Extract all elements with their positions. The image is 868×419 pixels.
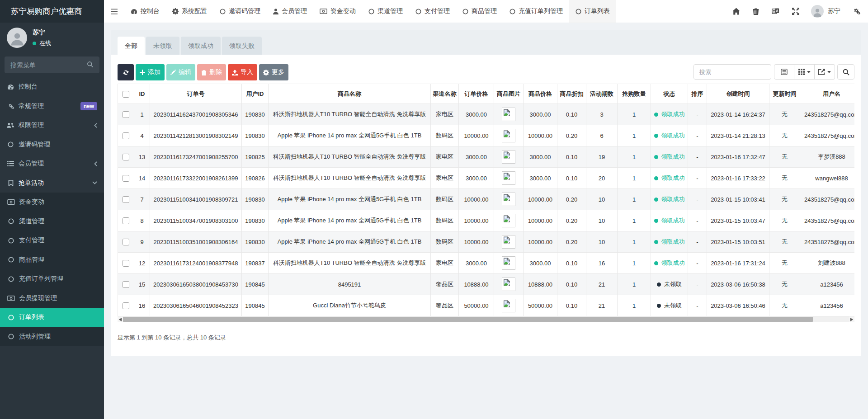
product-image-placeholder[interactable] — [502, 108, 515, 121]
sidebar-subitem[interactable]: 充值订单列管理 — [0, 269, 104, 289]
product-image-placeholder[interactable] — [502, 235, 515, 249]
table-search-input[interactable] — [693, 64, 771, 80]
filter-tab[interactable]: 全部 — [118, 37, 145, 55]
row-checkbox[interactable] — [123, 111, 129, 118]
scrollbar-track[interactable] — [123, 316, 849, 322]
sidebar-item[interactable]: 邀请码管理 — [0, 135, 104, 155]
filter-tab[interactable]: 未领取 — [146, 37, 179, 55]
sidebar-subitem[interactable]: 渠道管理 — [0, 212, 104, 231]
refresh-button[interactable] — [118, 64, 134, 80]
column-header[interactable]: 订单号 — [150, 84, 242, 104]
more-button[interactable]: 更多 — [259, 64, 288, 80]
scroll-left-arrow-icon[interactable] — [118, 316, 123, 322]
column-header[interactable]: 活动期数 — [586, 84, 618, 104]
import-button[interactable]: 导入 — [228, 64, 257, 80]
product-image-placeholder[interactable] — [502, 129, 515, 142]
sidebar-item[interactable]: 抢单活动 — [0, 174, 104, 193]
column-header[interactable]: 商品折扣 — [557, 84, 586, 104]
product-image-placeholder[interactable] — [502, 256, 515, 270]
sidebar-subitem[interactable]: 订单列表 — [0, 308, 104, 327]
sidebar-item[interactable]: 控制台 — [0, 77, 104, 97]
sidebar-item[interactable]: 常规管理 new — [0, 97, 104, 116]
topbar-tab[interactable]: 资金变动 — [313, 0, 362, 23]
column-header[interactable]: 用户ID — [242, 84, 269, 104]
row-checkbox[interactable] — [123, 302, 129, 309]
hamburger-menu-icon[interactable] — [104, 0, 124, 23]
filter-tab[interactable]: 领取成功 — [181, 37, 221, 55]
row-checkbox[interactable] — [123, 217, 129, 224]
column-header[interactable]: 商品名称 — [269, 84, 431, 104]
row-checkbox[interactable] — [123, 154, 129, 160]
cell-user-id: 190830 — [242, 125, 269, 146]
home-icon[interactable] — [726, 0, 746, 23]
row-checkbox[interactable] — [123, 281, 129, 288]
row-checkbox[interactable] — [123, 196, 129, 203]
product-image-placeholder[interactable] — [502, 150, 515, 164]
column-header[interactable]: 状态 — [651, 84, 688, 104]
detail-view-button[interactable] — [774, 64, 794, 80]
search-submit-button[interactable] — [837, 64, 854, 80]
column-header[interactable]: 更新时间 — [769, 84, 800, 104]
row-checkbox[interactable] — [123, 239, 129, 245]
sidebar-item[interactable]: 权限管理 — [0, 116, 104, 135]
export-button[interactable] — [815, 64, 835, 80]
product-image-placeholder[interactable] — [502, 193, 515, 206]
cell-channel: 数码区 — [431, 210, 459, 231]
product-image-placeholder[interactable] — [502, 299, 515, 312]
column-header[interactable]: 渠道名称 — [431, 84, 459, 104]
column-header[interactable]: 创建时间 — [707, 84, 769, 104]
cell-order-price: 10000.00 — [459, 231, 494, 253]
topbar-tab[interactable]: 支付管理 — [409, 0, 456, 23]
sidebar-subitem[interactable]: 会员提现管理 — [0, 289, 104, 308]
topbar-tab[interactable]: 商品管理 — [456, 0, 503, 23]
sidebar-subitem-label: 资金变动 — [19, 198, 44, 206]
column-header[interactable]: 抢购数量 — [618, 84, 651, 104]
topbar-user-menu[interactable]: 苏宁 — [806, 5, 846, 18]
sidebar-subitem[interactable]: 支付管理 — [0, 231, 104, 250]
topbar-tab[interactable]: 会员管理 — [267, 0, 313, 23]
column-header[interactable]: 排序 — [688, 84, 707, 104]
cell-status: 领取成功 — [651, 104, 688, 125]
product-image-placeholder[interactable] — [502, 278, 515, 291]
row-checkbox[interactable] — [123, 175, 129, 182]
scrollbar-thumb[interactable] — [123, 317, 813, 322]
columns-toggle-button[interactable] — [794, 64, 815, 80]
sidebar-subitem[interactable]: 活动列管理 — [0, 327, 104, 347]
search-icon — [843, 69, 849, 75]
select-all-checkbox[interactable] — [123, 91, 129, 98]
column-header[interactable]: 商品价格 — [524, 84, 557, 104]
column-header[interactable]: 订单价格 — [459, 84, 494, 104]
topbar-tab[interactable]: 系统配置 — [166, 0, 213, 23]
scroll-right-arrow-icon[interactable] — [849, 316, 854, 322]
sidebar-item[interactable]: 会员管理 — [0, 154, 104, 174]
column-header[interactable]: 商品图片 — [494, 84, 524, 104]
cell-user-id: 190845 — [242, 274, 269, 295]
status-dot-icon — [657, 304, 661, 308]
language-icon[interactable] — [765, 0, 786, 23]
edit-button[interactable]: 编辑 — [166, 64, 195, 80]
horizontal-scrollbar[interactable] — [118, 316, 854, 322]
delete-button[interactable]: 删除 — [197, 64, 226, 80]
topbar-tab[interactable]: 充值订单列管理 — [503, 0, 569, 23]
row-checkbox[interactable] — [123, 132, 129, 139]
settings-gears-icon[interactable] — [846, 0, 862, 23]
search-icon[interactable] — [87, 61, 94, 68]
topbar-tab[interactable]: 控制台 — [124, 0, 166, 23]
trash-icon[interactable] — [746, 0, 765, 23]
filter-tab[interactable]: 领取失败 — [222, 37, 262, 55]
column-header[interactable]: 用户名 — [800, 84, 855, 104]
topbar-tab[interactable]: 渠道管理 — [362, 0, 409, 23]
cell-product-image — [494, 104, 524, 125]
sidebar-search-input[interactable] — [5, 56, 99, 73]
product-image-placeholder[interactable] — [502, 214, 515, 227]
fullscreen-icon[interactable] — [786, 0, 806, 23]
column-header[interactable]: ID — [134, 84, 150, 104]
product-image-placeholder[interactable] — [502, 171, 515, 185]
cell-qty: 1 — [618, 168, 651, 189]
topbar-tab[interactable]: 订单列表 — [569, 0, 616, 23]
add-button[interactable]: 添加 — [136, 64, 165, 80]
sidebar-subitem[interactable]: 商品管理 — [0, 250, 104, 270]
topbar-tab[interactable]: 邀请码管理 — [213, 0, 267, 23]
row-checkbox[interactable] — [123, 260, 129, 267]
sidebar-subitem[interactable]: 资金变动 — [0, 193, 104, 212]
